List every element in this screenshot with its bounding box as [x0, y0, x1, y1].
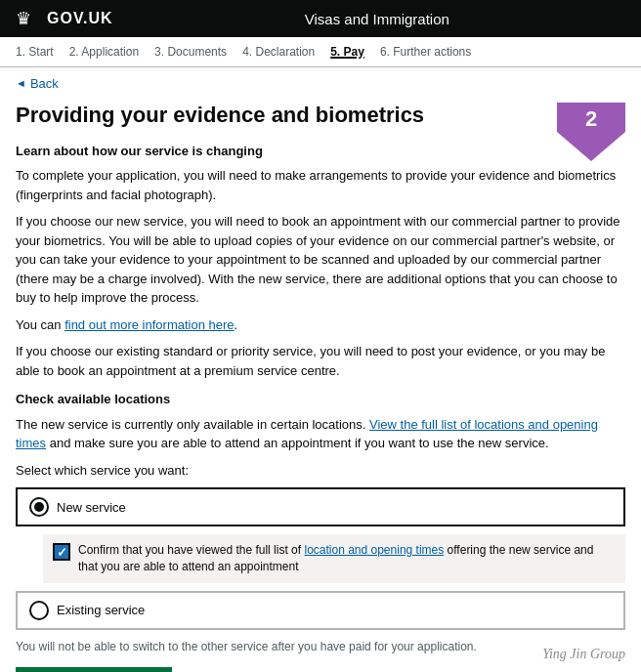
- back-link-area: ◄ Back: [0, 67, 641, 95]
- para1: To complete your application, you will n…: [16, 166, 625, 204]
- find-out-link[interactable]: find out more information here: [64, 317, 234, 332]
- existing-service-radio[interactable]: [29, 601, 49, 620]
- confirm-checkbox-label: Confirm that you have viewed the full li…: [78, 542, 616, 575]
- para-find-out: You can find out more information here.: [16, 315, 625, 335]
- back-link-label: Back: [30, 76, 59, 91]
- badge-number: 2: [557, 103, 625, 161]
- section1-heading: Learn about how our service is changing: [16, 142, 625, 161]
- page-title: Providing your evidence and biometrics: [16, 103, 625, 128]
- select-service-label: Select which service you want:: [16, 461, 625, 481]
- navigation-bar: 1. Start 2. Application 3. Documents 4. …: [0, 37, 641, 67]
- para2: If you choose our new service, you will …: [16, 212, 625, 308]
- confirm-checkbox-area: ✓ Confirm that you have viewed the full …: [43, 534, 625, 583]
- location-opening-times-link[interactable]: location and opening times: [304, 543, 444, 557]
- main-content: 2 Providing your evidence and biometrics…: [0, 95, 641, 673]
- confirm-checkbox[interactable]: ✓: [53, 543, 70, 561]
- nav-item-further-actions[interactable]: 6. Further actions: [380, 45, 471, 59]
- nav-item-declaration[interactable]: 4. Declaration: [242, 45, 315, 59]
- step-badge: 2: [557, 103, 625, 161]
- back-arrow-icon: ◄: [16, 77, 26, 89]
- crown-icon: ♛: [16, 8, 31, 29]
- existing-service-option[interactable]: Existing service: [16, 591, 625, 630]
- nav-item-application[interactable]: 2. Application: [69, 45, 139, 59]
- service-title: Visas and Immigration: [129, 11, 625, 27]
- new-service-option[interactable]: New service: [16, 487, 625, 526]
- nav-item-pay[interactable]: 5. Pay: [330, 45, 364, 59]
- para3: If you choose our existing standard or p…: [16, 342, 625, 380]
- new-service-radio[interactable]: [29, 497, 49, 517]
- new-service-label: New service: [57, 500, 126, 515]
- nav-item-documents[interactable]: 3. Documents: [154, 45, 227, 59]
- section2-heading: Check available locations: [16, 390, 625, 409]
- save-continue-button[interactable]: Save and continue: [16, 667, 172, 672]
- nav-item-start[interactable]: 1. Start: [16, 45, 54, 59]
- back-link[interactable]: ◄ Back: [16, 76, 59, 91]
- warning-text: You will not be able to switch to the ot…: [16, 638, 625, 655]
- checkmark-icon: ✓: [57, 546, 67, 559]
- header: ♛ GOV.UK Visas and Immigration: [0, 0, 641, 37]
- para4: The new service is currently only availa…: [16, 415, 625, 453]
- existing-service-label: Existing service: [57, 603, 145, 617]
- gov-label: GOV.UK: [47, 10, 113, 27]
